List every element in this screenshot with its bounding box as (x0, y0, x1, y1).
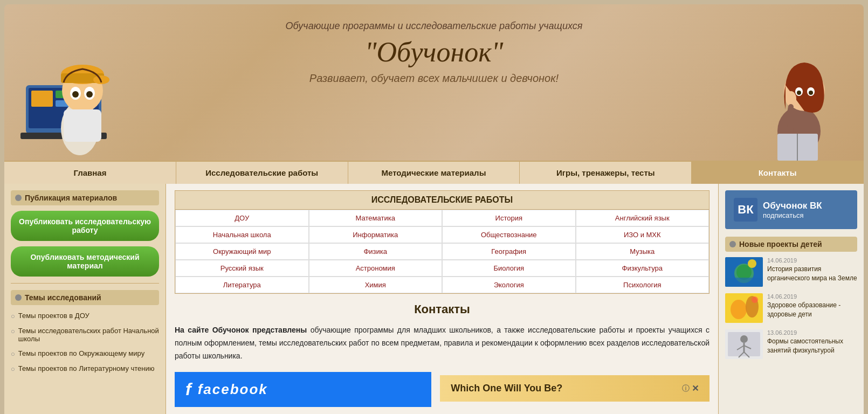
bullet-icon-3: ○ (11, 350, 15, 358)
main-nav: Главная Исследовательские работы Методич… (4, 161, 864, 184)
svg-point-15 (86, 91, 93, 98)
bullet-icon-2: ○ (11, 327, 15, 335)
svg-point-34 (752, 296, 758, 303)
svg-point-25 (786, 91, 796, 106)
svg-rect-3 (31, 91, 53, 107)
content-center: ИССЛЕДОВАТЕЛЬСКИЕ РАБОТЫ ДОУ Математика … (166, 184, 718, 414)
svg-point-32 (731, 300, 747, 319)
nav-contacts[interactable]: Контакты (692, 162, 864, 184)
vk-block[interactable]: ВК Обучонок ВК подписаться (725, 190, 857, 229)
news-info-1: 14.06.2019 История развития органическог… (767, 257, 857, 283)
research-link-pe[interactable]: Физкультура (576, 260, 709, 277)
new-projects-title: Новые проекты детей (725, 237, 857, 252)
research-link-art[interactable]: ИЗО и МХК (576, 226, 709, 243)
contacts-text: На сайте Обучонок представлены обучающие… (175, 324, 709, 362)
news-thumb-1 (725, 257, 763, 287)
bullet-icon-4: ○ (11, 365, 15, 373)
nav-games[interactable]: Игры, тренажеры, тесты (520, 162, 692, 184)
topics-section-title: Темы исследований (11, 290, 159, 305)
research-link-psychology[interactable]: Психология (576, 277, 709, 293)
research-link-informatics[interactable]: Информатика (309, 226, 443, 243)
nav-methods[interactable]: Методические материалы (348, 162, 520, 184)
news-item-2: 14.06.2019 Здоровое образование - здоров… (725, 293, 857, 323)
research-link-russian[interactable]: Русский язык (175, 260, 309, 277)
character-girl (750, 31, 848, 161)
ad-close-button[interactable]: ⓘ ✕ (682, 383, 699, 394)
publish-method-button[interactable]: Опубликовать методический материал (11, 246, 159, 277)
research-link-world[interactable]: Окружающий мир (175, 243, 309, 260)
site-header: Обучающие программы и исследовательские … (4, 4, 864, 161)
svg-point-14 (72, 91, 79, 98)
sidebar-divider (11, 283, 159, 284)
news-title-2[interactable]: Здоровое образование - здоровые дети (767, 301, 857, 319)
character-boy (15, 20, 123, 161)
facebook-bar[interactable]: f facebook (175, 372, 431, 407)
svg-rect-16 (64, 109, 101, 142)
nav-research[interactable]: Исследовательские работы (176, 162, 348, 184)
info-icon: ⓘ (682, 384, 690, 394)
news-date-1: 14.06.2019 (767, 257, 857, 264)
bullet-dot-2 (15, 294, 22, 301)
research-link-social[interactable]: Обществознание (442, 226, 576, 243)
news-title-1[interactable]: История развития органического мира на З… (767, 265, 857, 283)
main-container: Публикация материалов Опубликовать иссле… (4, 184, 864, 414)
research-link-astronomy[interactable]: Астрономия (309, 260, 443, 277)
research-link-english[interactable]: Английский язык (576, 210, 709, 226)
header-title: "Обучонок" (15, 36, 853, 68)
news-info-3: 13.06.2019 Формы самостоятельных занятий… (767, 329, 857, 355)
research-link-literature[interactable]: Литература (175, 277, 309, 293)
research-link-biology[interactable]: Биология (442, 260, 576, 277)
publication-section-title: Публикация материалов (11, 190, 159, 205)
ad-area: f facebook Which One Will You Be? ⓘ ✕ (175, 370, 709, 407)
ad-right-text: Which One Will You Be? (451, 383, 562, 394)
vk-text: Обучонок ВК подписаться (763, 201, 822, 219)
topic-link-1[interactable]: ○ Темы проектов в ДОУ (11, 310, 159, 321)
topic-link-4[interactable]: ○ Темы проектов по Литературному чтению (11, 363, 159, 374)
fb-logo-icon: f (185, 380, 192, 399)
sidebar-left: Публикация материалов Опубликовать иссле… (4, 184, 166, 414)
research-grid: ДОУ Математика История Английский язык Н… (175, 210, 709, 293)
news-thumb-2 (725, 293, 763, 323)
bullet-dot-new (729, 241, 736, 247)
facebook-text: facebook (198, 381, 268, 398)
ad-right-block: Which One Will You Be? ⓘ ✕ (440, 375, 709, 402)
research-link-primary[interactable]: Начальная школа (175, 226, 309, 243)
news-title-3[interactable]: Формы самостоятельных занятий физкультур… (767, 337, 857, 355)
bullet-dot (15, 195, 22, 201)
research-link-chemistry[interactable]: Химия (309, 277, 443, 293)
research-link-math[interactable]: Математика (309, 210, 443, 226)
news-info-2: 14.06.2019 Здоровое образование - здоров… (767, 293, 857, 319)
svg-rect-29 (725, 278, 763, 287)
close-icon[interactable]: ✕ (692, 383, 699, 394)
svg-point-30 (748, 259, 756, 268)
research-link-dou[interactable]: ДОУ (175, 210, 309, 226)
news-date-2: 14.06.2019 (767, 293, 857, 300)
contacts-section: Контакты На сайте Обучонок представлены … (175, 302, 709, 362)
research-link-music[interactable]: Музыка (576, 243, 709, 260)
svg-point-11 (93, 75, 109, 84)
header-slogan: Развивает, обучает всех мальчишек и девч… (15, 72, 853, 85)
vk-subscribe-label: подписаться (763, 211, 822, 219)
nav-home[interactable]: Главная (4, 162, 176, 184)
news-item-3: 13.06.2019 Формы самостоятельных занятий… (725, 329, 857, 359)
header-text: Обучающие программы и исследовательские … (15, 10, 853, 85)
svg-point-24 (809, 91, 813, 95)
vk-logo-icon: ВК (734, 198, 757, 222)
news-thumb-3 (725, 329, 763, 359)
svg-point-28 (736, 265, 752, 280)
publish-research-button[interactable]: Опубликовать исследовательскую работу (11, 211, 159, 241)
research-link-physics[interactable]: Физика (309, 243, 443, 260)
contacts-title: Контакты (175, 302, 709, 316)
news-date-3: 13.06.2019 (767, 329, 857, 336)
svg-point-37 (740, 335, 748, 343)
topic-link-3[interactable]: ○ Темы проектов по Окружающему миру (11, 348, 159, 359)
research-link-history[interactable]: История (442, 210, 576, 226)
vk-name: Обучонок ВК (763, 201, 822, 211)
svg-point-23 (797, 91, 801, 95)
research-link-geography[interactable]: География (442, 243, 576, 260)
news-item-1: 14.06.2019 История развития органическог… (725, 257, 857, 287)
research-section: ИССЛЕДОВАТЕЛЬСКИЕ РАБОТЫ ДОУ Математика … (175, 190, 709, 294)
header-subtitle: Обучающие программы и исследовательские … (15, 20, 853, 32)
topic-link-2[interactable]: ○ Темы исследовательских работ Начальной… (11, 326, 159, 344)
research-link-ecology[interactable]: Экология (442, 277, 576, 293)
